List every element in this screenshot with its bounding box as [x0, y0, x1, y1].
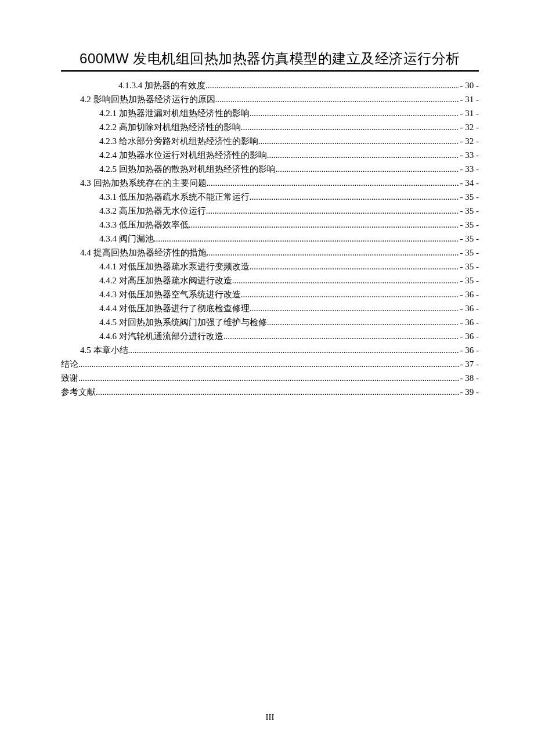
toc-entry-page: - 33 -	[459, 148, 479, 162]
toc-entry-page: - 35 -	[459, 190, 479, 204]
toc-entry: 4.5 本章小结- 36 -	[61, 343, 479, 357]
toc-entry: 4.4.4 对低压加热器进行了彻底检查修理- 36 -	[61, 301, 479, 315]
toc-entry-label: 4.5 本章小结	[80, 343, 128, 357]
toc-entry-page: - 36 -	[459, 343, 479, 357]
toc-dot-leader	[276, 162, 459, 176]
toc-entry-page: - 36 -	[459, 287, 479, 301]
document-page: 600MW 发电机组回热加热器仿真模型的建立及经济运行分析 4.1.3.4 加热…	[0, 0, 534, 756]
toc-entry: 4.3.2 高压加热器无水位运行- 35 -	[61, 204, 479, 218]
toc-entry: 4.2.2 高加切除对机组热经济性的影响- 32 -	[61, 120, 479, 134]
toc-entry-page: - 33 -	[459, 162, 479, 176]
toc-entry-label: 4.3.1 低压加热器疏水系统不能正常运行	[99, 190, 250, 204]
toc-entry: 4.4.6 对汽轮机通流部分进行改造- 36 -	[61, 329, 479, 343]
toc-dot-leader	[232, 273, 459, 287]
document-title: 600MW 发电机组回热加热器仿真模型的建立及经济运行分析	[61, 49, 479, 68]
toc-dot-leader	[207, 246, 459, 260]
toc-dot-leader	[78, 357, 459, 371]
toc-dot-leader	[154, 232, 459, 246]
toc-entry: 4.4.5 对回热加热系统阀门加强了维护与检修- 36 -	[61, 315, 479, 329]
toc-dot-leader	[205, 78, 459, 92]
toc-entry-label: 4.3 回热加热系统存在的主要问题	[80, 176, 207, 190]
toc-entry-label: 4.4.6 对汽轮机通流部分进行改造	[99, 329, 223, 343]
toc-entry-page: - 39 -	[459, 385, 479, 399]
table-of-contents: 4.1.3.4 加热器的有效度- 30 -4.2 影响回热加热器经济运行的原因-…	[61, 78, 479, 399]
toc-entry-page: - 31 -	[459, 106, 479, 120]
toc-entry: 4.4.2 对高压加热器疏水阀进行改造- 35 -	[61, 273, 479, 287]
toc-entry-label: 4.3.2 高压加热器无水位运行	[99, 204, 206, 218]
toc-dot-leader	[267, 148, 459, 162]
toc-entry-label: 4.2.1 加热器泄漏对机组热经济性的影响	[99, 106, 250, 120]
toc-entry: 4.2.5 回热加热器的散热对机组热经济性的影响- 33 -	[61, 162, 479, 176]
toc-dot-leader	[189, 218, 459, 232]
toc-entry-page: - 35 -	[459, 260, 479, 273]
toc-entry-label: 4.4.5 对回热加热系统阀门加强了维护与检修	[99, 315, 267, 329]
toc-entry-label: 4.2.5 回热加热器的散热对机组热经济性的影响	[99, 162, 276, 176]
toc-entry-page: - 36 -	[459, 329, 479, 343]
toc-entry-page: - 37 -	[459, 357, 479, 371]
toc-entry: 4.2.4 加热器水位运行对机组热经济性的影响- 33 -	[61, 148, 479, 162]
page-number: III	[61, 712, 479, 722]
toc-dot-leader	[207, 176, 459, 190]
toc-entry-label: 4.3.4 阀门漏池	[99, 232, 154, 246]
toc-entry-page: - 35 -	[459, 232, 479, 246]
toc-dot-leader	[215, 92, 459, 106]
toc-entry-label: 4.1.3.4 加热器的有效度	[118, 78, 205, 92]
toc-entry: 4.3 回热加热系统存在的主要问题- 34 -	[61, 176, 479, 190]
toc-entry: 4.3.3 低压加热器效率低- 35 -	[61, 218, 479, 232]
toc-entry: 4.4.3 对低压加热器空气系统进行改造- 36 -	[61, 287, 479, 301]
toc-entry: 参考文献- 39 -	[61, 385, 479, 399]
toc-dot-leader	[206, 204, 459, 218]
toc-entry-label: 4.4 提高回热加热器经济性的措施	[80, 246, 207, 260]
toc-entry-label: 参考文献	[61, 385, 96, 399]
toc-entry: 4.2.3 给水部分旁路对机组热经济性的影响- 32 -	[61, 134, 479, 148]
toc-entry-page: - 35 -	[459, 246, 479, 260]
toc-entry-label: 4.2.3 给水部分旁路对机组热经济性的影响	[99, 134, 258, 148]
toc-entry-page: - 32 -	[459, 120, 479, 134]
toc-dot-leader	[78, 371, 459, 385]
toc-dot-leader	[223, 329, 459, 343]
toc-dot-leader	[241, 287, 459, 301]
toc-entry-label: 结论	[61, 357, 78, 371]
toc-entry-label: 4.3.3 低压加热器效率低	[99, 218, 189, 232]
toc-entry-label: 4.4.2 对高压加热器疏水阀进行改造	[99, 273, 232, 287]
toc-entry-label: 4.4.1 对低压加热器疏水泵进行变频改造	[99, 260, 250, 273]
toc-entry: 4.3.4 阀门漏池- 35 -	[61, 232, 479, 246]
toc-entry-label: 致谢	[61, 371, 78, 385]
toc-entry-label: 4.4.3 对低压加热器空气系统进行改造	[99, 287, 241, 301]
toc-entry: 4.2.1 加热器泄漏对机组热经济性的影响- 31 -	[61, 106, 479, 120]
toc-dot-leader	[96, 385, 459, 399]
toc-dot-leader	[250, 260, 459, 273]
toc-dot-leader	[250, 301, 459, 315]
toc-entry-label: 4.2.2 高加切除对机组热经济性的影响	[99, 120, 241, 134]
toc-entry-page: - 31 -	[459, 92, 479, 106]
toc-dot-leader	[250, 106, 459, 120]
toc-entry-page: - 34 -	[459, 176, 479, 190]
toc-entry-page: - 35 -	[459, 218, 479, 232]
toc-dot-leader	[267, 315, 459, 329]
toc-entry-page: - 36 -	[459, 315, 479, 329]
toc-entry: 4.4.1 对低压加热器疏水泵进行变频改造- 35 -	[61, 260, 479, 273]
toc-entry-page: - 32 -	[459, 134, 479, 148]
toc-entry-label: 4.4.4 对低压加热器进行了彻底检查修理	[99, 301, 250, 315]
toc-dot-leader	[258, 134, 459, 148]
toc-entry: 4.3.1 低压加热器疏水系统不能正常运行- 35 -	[61, 190, 479, 204]
toc-entry-page: - 30 -	[459, 78, 479, 92]
toc-dot-leader	[128, 343, 459, 357]
toc-entry-label: 4.2.4 加热器水位运行对机组热经济性的影响	[99, 148, 267, 162]
toc-entry-label: 4.2 影响回热加热器经济运行的原因	[80, 92, 215, 106]
toc-entry: 结论- 37 -	[61, 357, 479, 371]
toc-entry-page: - 35 -	[459, 273, 479, 287]
toc-dot-leader	[241, 120, 459, 134]
toc-entry: 4.4 提高回热加热器经济性的措施- 35 -	[61, 246, 479, 260]
toc-dot-leader	[250, 190, 459, 204]
title-underline	[61, 70, 479, 73]
toc-entry: 4.2 影响回热加热器经济运行的原因- 31 -	[61, 92, 479, 106]
toc-entry-page: - 38 -	[459, 371, 479, 385]
toc-entry: 致谢- 38 -	[61, 371, 479, 385]
toc-entry: 4.1.3.4 加热器的有效度- 30 -	[61, 78, 479, 92]
toc-entry-page: - 35 -	[459, 204, 479, 218]
toc-entry-page: - 36 -	[459, 301, 479, 315]
